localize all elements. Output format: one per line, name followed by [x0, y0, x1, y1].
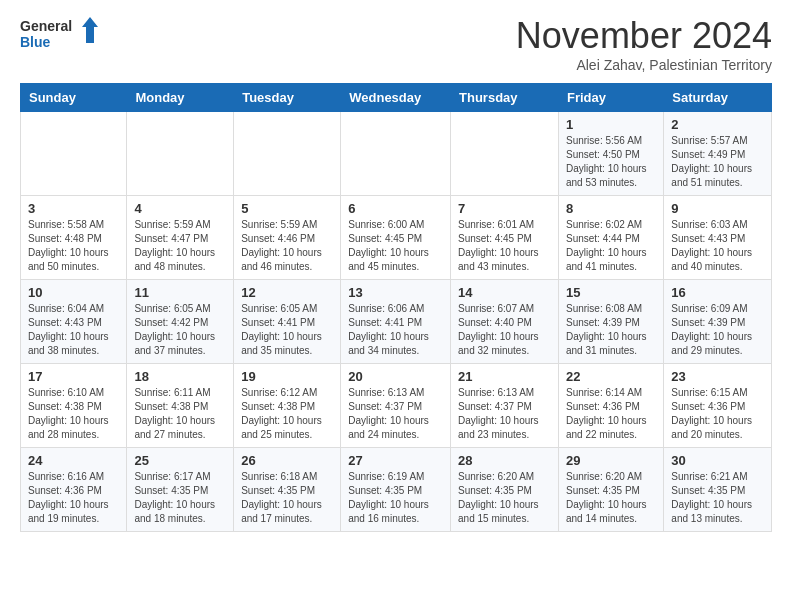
day-number: 30 [671, 453, 764, 468]
day-cell: 11Sunrise: 6:05 AM Sunset: 4:42 PM Dayli… [127, 280, 234, 364]
day-info: Sunrise: 6:16 AM Sunset: 4:36 PM Dayligh… [28, 470, 119, 526]
day-number: 21 [458, 369, 551, 384]
subtitle: Alei Zahav, Palestinian Territory [516, 57, 772, 73]
day-cell: 3Sunrise: 5:58 AM Sunset: 4:48 PM Daylig… [21, 196, 127, 280]
day-number: 8 [566, 201, 656, 216]
day-cell [21, 112, 127, 196]
week-row-5: 24Sunrise: 6:16 AM Sunset: 4:36 PM Dayli… [21, 448, 772, 532]
day-info: Sunrise: 5:58 AM Sunset: 4:48 PM Dayligh… [28, 218, 119, 274]
day-cell: 9Sunrise: 6:03 AM Sunset: 4:43 PM Daylig… [664, 196, 772, 280]
day-number: 3 [28, 201, 119, 216]
svg-text:General: General [20, 18, 72, 34]
day-info: Sunrise: 6:08 AM Sunset: 4:39 PM Dayligh… [566, 302, 656, 358]
svg-marker-2 [82, 17, 98, 43]
day-info: Sunrise: 6:06 AM Sunset: 4:41 PM Dayligh… [348, 302, 443, 358]
header-wednesday: Wednesday [341, 84, 451, 112]
header-tuesday: Tuesday [234, 84, 341, 112]
day-info: Sunrise: 6:13 AM Sunset: 4:37 PM Dayligh… [348, 386, 443, 442]
day-cell: 14Sunrise: 6:07 AM Sunset: 4:40 PM Dayli… [451, 280, 559, 364]
calendar-table: SundayMondayTuesdayWednesdayThursdayFrid… [20, 83, 772, 532]
day-info: Sunrise: 6:20 AM Sunset: 4:35 PM Dayligh… [458, 470, 551, 526]
day-info: Sunrise: 5:59 AM Sunset: 4:47 PM Dayligh… [134, 218, 226, 274]
day-cell: 19Sunrise: 6:12 AM Sunset: 4:38 PM Dayli… [234, 364, 341, 448]
day-number: 28 [458, 453, 551, 468]
day-number: 9 [671, 201, 764, 216]
day-info: Sunrise: 6:04 AM Sunset: 4:43 PM Dayligh… [28, 302, 119, 358]
day-cell: 28Sunrise: 6:20 AM Sunset: 4:35 PM Dayli… [451, 448, 559, 532]
day-cell: 23Sunrise: 6:15 AM Sunset: 4:36 PM Dayli… [664, 364, 772, 448]
day-info: Sunrise: 6:18 AM Sunset: 4:35 PM Dayligh… [241, 470, 333, 526]
title-area: November 2024 Alei Zahav, Palestinian Te… [516, 15, 772, 73]
day-cell: 15Sunrise: 6:08 AM Sunset: 4:39 PM Dayli… [558, 280, 663, 364]
day-cell: 2Sunrise: 5:57 AM Sunset: 4:49 PM Daylig… [664, 112, 772, 196]
day-cell [451, 112, 559, 196]
day-cell: 24Sunrise: 6:16 AM Sunset: 4:36 PM Dayli… [21, 448, 127, 532]
day-number: 23 [671, 369, 764, 384]
day-number: 2 [671, 117, 764, 132]
header-sunday: Sunday [21, 84, 127, 112]
day-info: Sunrise: 6:21 AM Sunset: 4:35 PM Dayligh… [671, 470, 764, 526]
header: General Blue November 2024 Alei Zahav, P… [20, 15, 772, 73]
day-number: 13 [348, 285, 443, 300]
header-monday: Monday [127, 84, 234, 112]
day-number: 15 [566, 285, 656, 300]
day-info: Sunrise: 6:15 AM Sunset: 4:36 PM Dayligh… [671, 386, 764, 442]
day-cell [341, 112, 451, 196]
day-cell: 16Sunrise: 6:09 AM Sunset: 4:39 PM Dayli… [664, 280, 772, 364]
day-info: Sunrise: 6:20 AM Sunset: 4:35 PM Dayligh… [566, 470, 656, 526]
day-cell: 7Sunrise: 6:01 AM Sunset: 4:45 PM Daylig… [451, 196, 559, 280]
week-row-1: 1Sunrise: 5:56 AM Sunset: 4:50 PM Daylig… [21, 112, 772, 196]
day-number: 17 [28, 369, 119, 384]
day-info: Sunrise: 6:05 AM Sunset: 4:41 PM Dayligh… [241, 302, 333, 358]
day-number: 4 [134, 201, 226, 216]
day-number: 11 [134, 285, 226, 300]
logo: General Blue [20, 15, 100, 55]
day-number: 10 [28, 285, 119, 300]
week-row-4: 17Sunrise: 6:10 AM Sunset: 4:38 PM Dayli… [21, 364, 772, 448]
day-info: Sunrise: 6:17 AM Sunset: 4:35 PM Dayligh… [134, 470, 226, 526]
day-cell: 12Sunrise: 6:05 AM Sunset: 4:41 PM Dayli… [234, 280, 341, 364]
day-number: 12 [241, 285, 333, 300]
day-number: 27 [348, 453, 443, 468]
day-cell: 17Sunrise: 6:10 AM Sunset: 4:38 PM Dayli… [21, 364, 127, 448]
day-info: Sunrise: 5:56 AM Sunset: 4:50 PM Dayligh… [566, 134, 656, 190]
day-info: Sunrise: 6:03 AM Sunset: 4:43 PM Dayligh… [671, 218, 764, 274]
day-number: 14 [458, 285, 551, 300]
day-cell: 10Sunrise: 6:04 AM Sunset: 4:43 PM Dayli… [21, 280, 127, 364]
day-cell: 4Sunrise: 5:59 AM Sunset: 4:47 PM Daylig… [127, 196, 234, 280]
day-info: Sunrise: 6:12 AM Sunset: 4:38 PM Dayligh… [241, 386, 333, 442]
day-number: 20 [348, 369, 443, 384]
day-number: 24 [28, 453, 119, 468]
header-friday: Friday [558, 84, 663, 112]
page: General Blue November 2024 Alei Zahav, P… [0, 0, 792, 612]
day-number: 6 [348, 201, 443, 216]
header-saturday: Saturday [664, 84, 772, 112]
day-cell: 29Sunrise: 6:20 AM Sunset: 4:35 PM Dayli… [558, 448, 663, 532]
day-cell: 5Sunrise: 5:59 AM Sunset: 4:46 PM Daylig… [234, 196, 341, 280]
day-cell: 25Sunrise: 6:17 AM Sunset: 4:35 PM Dayli… [127, 448, 234, 532]
day-number: 16 [671, 285, 764, 300]
day-cell: 21Sunrise: 6:13 AM Sunset: 4:37 PM Dayli… [451, 364, 559, 448]
day-cell: 8Sunrise: 6:02 AM Sunset: 4:44 PM Daylig… [558, 196, 663, 280]
day-number: 1 [566, 117, 656, 132]
day-info: Sunrise: 6:07 AM Sunset: 4:40 PM Dayligh… [458, 302, 551, 358]
month-title: November 2024 [516, 15, 772, 57]
header-row: SundayMondayTuesdayWednesdayThursdayFrid… [21, 84, 772, 112]
day-cell: 18Sunrise: 6:11 AM Sunset: 4:38 PM Dayli… [127, 364, 234, 448]
day-cell: 22Sunrise: 6:14 AM Sunset: 4:36 PM Dayli… [558, 364, 663, 448]
day-cell: 27Sunrise: 6:19 AM Sunset: 4:35 PM Dayli… [341, 448, 451, 532]
day-cell: 30Sunrise: 6:21 AM Sunset: 4:35 PM Dayli… [664, 448, 772, 532]
day-number: 18 [134, 369, 226, 384]
day-info: Sunrise: 6:19 AM Sunset: 4:35 PM Dayligh… [348, 470, 443, 526]
day-info: Sunrise: 6:09 AM Sunset: 4:39 PM Dayligh… [671, 302, 764, 358]
day-cell: 1Sunrise: 5:56 AM Sunset: 4:50 PM Daylig… [558, 112, 663, 196]
day-info: Sunrise: 6:13 AM Sunset: 4:37 PM Dayligh… [458, 386, 551, 442]
day-cell: 6Sunrise: 6:00 AM Sunset: 4:45 PM Daylig… [341, 196, 451, 280]
day-info: Sunrise: 6:01 AM Sunset: 4:45 PM Dayligh… [458, 218, 551, 274]
day-info: Sunrise: 5:57 AM Sunset: 4:49 PM Dayligh… [671, 134, 764, 190]
day-info: Sunrise: 6:11 AM Sunset: 4:38 PM Dayligh… [134, 386, 226, 442]
day-cell: 13Sunrise: 6:06 AM Sunset: 4:41 PM Dayli… [341, 280, 451, 364]
day-info: Sunrise: 6:05 AM Sunset: 4:42 PM Dayligh… [134, 302, 226, 358]
day-info: Sunrise: 6:14 AM Sunset: 4:36 PM Dayligh… [566, 386, 656, 442]
day-info: Sunrise: 5:59 AM Sunset: 4:46 PM Dayligh… [241, 218, 333, 274]
